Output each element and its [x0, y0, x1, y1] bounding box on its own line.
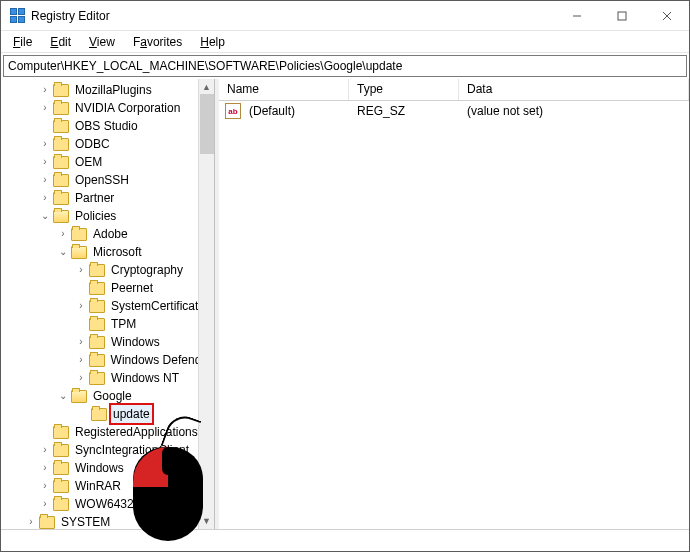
expand-icon[interactable]: › [39, 477, 51, 495]
folder-icon [53, 120, 69, 133]
values-pane: Name Type Data ab (Default) REG_SZ (valu… [219, 79, 689, 529]
menubar: File Edit View Favorites Help [1, 31, 689, 53]
folder-icon [53, 498, 69, 511]
tree-item[interactable]: Adobe [91, 225, 130, 243]
window-controls [554, 1, 689, 30]
expand-icon[interactable]: › [39, 459, 51, 477]
tree-item[interactable]: Peernet [109, 279, 155, 297]
tree-item[interactable]: Windows [73, 459, 126, 477]
menu-file[interactable]: File [5, 33, 40, 51]
value-type: REG_SZ [349, 104, 459, 118]
tree-item[interactable]: OEM [73, 153, 104, 171]
scroll-up-icon[interactable]: ▲ [199, 79, 214, 95]
body-split: ›MozillaPlugins ›NVIDIA Corporation OBS … [1, 79, 689, 529]
minimize-button[interactable] [554, 1, 599, 30]
folder-icon [89, 372, 105, 385]
folder-open-icon [71, 390, 87, 403]
tree-item[interactable]: Microsoft [91, 243, 144, 261]
folder-icon [89, 354, 105, 367]
menu-help[interactable]: Help [192, 33, 233, 51]
expand-icon[interactable]: › [39, 171, 51, 189]
tree-item[interactable]: Partner [73, 189, 116, 207]
value-name: (Default) [241, 104, 349, 118]
folder-icon [89, 300, 105, 313]
folder-icon [53, 156, 69, 169]
folder-icon [53, 444, 69, 457]
window-title: Registry Editor [31, 9, 554, 23]
maximize-button[interactable] [599, 1, 644, 30]
regedit-app-icon [9, 8, 25, 24]
folder-open-icon [71, 246, 87, 259]
folder-icon [71, 228, 87, 241]
menu-view[interactable]: View [81, 33, 123, 51]
status-bar [1, 529, 689, 551]
expand-icon[interactable]: › [75, 333, 87, 351]
registry-editor-window: Registry Editor File Edit View Favorites… [0, 0, 690, 552]
tree-item[interactable]: Windows NT [109, 369, 181, 387]
expand-icon[interactable]: › [75, 369, 87, 387]
tree-item[interactable]: OBS Studio [73, 117, 140, 135]
expand-icon[interactable]: › [57, 225, 69, 243]
collapse-icon[interactable]: ⌄ [39, 207, 51, 225]
folder-icon [89, 318, 105, 331]
expand-icon[interactable]: › [39, 495, 51, 513]
col-type[interactable]: Type [349, 79, 459, 100]
col-name[interactable]: Name [219, 79, 349, 100]
value-row[interactable]: ab (Default) REG_SZ (value not set) [219, 101, 689, 121]
expand-icon[interactable]: › [39, 189, 51, 207]
folder-icon [91, 408, 107, 421]
tree-item[interactable]: Windows [109, 333, 162, 351]
folder-icon [53, 462, 69, 475]
expand-icon[interactable]: › [75, 261, 87, 279]
titlebar[interactable]: Registry Editor [1, 1, 689, 31]
tree-item[interactable]: OpenSSH [73, 171, 131, 189]
expand-icon[interactable]: › [39, 99, 51, 117]
collapse-icon[interactable]: ⌄ [57, 243, 69, 261]
tree-item-update[interactable]: update [111, 405, 152, 423]
address-path: Computer\HKEY_LOCAL_MACHINE\SOFTWARE\Pol… [8, 59, 402, 73]
collapse-icon[interactable]: ⌄ [57, 387, 69, 405]
scroll-thumb[interactable] [200, 94, 214, 154]
expand-icon[interactable]: › [75, 351, 87, 369]
string-value-icon: ab [225, 103, 241, 119]
mouse-illustration [133, 433, 203, 541]
expand-icon[interactable]: › [39, 81, 51, 99]
expand-icon[interactable]: › [39, 441, 51, 459]
values-header[interactable]: Name Type Data [219, 79, 689, 101]
value-data: (value not set) [459, 104, 689, 118]
values-list[interactable]: ab (Default) REG_SZ (value not set) [219, 101, 689, 529]
tree-item[interactable]: Cryptography [109, 261, 185, 279]
menu-favorites[interactable]: Favorites [125, 33, 190, 51]
folder-icon [89, 282, 105, 295]
tree-item[interactable]: NVIDIA Corporation [73, 99, 182, 117]
folder-icon [53, 102, 69, 115]
tree-item[interactable]: TPM [109, 315, 138, 333]
folder-icon [53, 426, 69, 439]
expand-icon[interactable]: › [75, 297, 87, 315]
tree-item-system[interactable]: SYSTEM [59, 513, 112, 529]
folder-icon [89, 336, 105, 349]
folder-icon [53, 174, 69, 187]
expand-icon[interactable]: › [25, 513, 37, 529]
folder-icon [39, 516, 55, 529]
menu-edit[interactable]: Edit [42, 33, 79, 51]
tree-item-google[interactable]: Google [91, 387, 134, 405]
tree-item[interactable]: ODBC [73, 135, 112, 153]
tree-item-policies[interactable]: Policies [73, 207, 118, 225]
folder-icon [53, 138, 69, 151]
folder-icon [53, 192, 69, 205]
close-button[interactable] [644, 1, 689, 30]
folder-icon [53, 480, 69, 493]
tree-item[interactable]: MozillaPlugins [73, 81, 154, 99]
folder-icon [89, 264, 105, 277]
address-bar[interactable]: Computer\HKEY_LOCAL_MACHINE\SOFTWARE\Pol… [3, 55, 687, 77]
expand-icon[interactable]: › [39, 135, 51, 153]
folder-open-icon [53, 210, 69, 223]
expand-icon[interactable]: › [39, 153, 51, 171]
tree-item[interactable]: WinRAR [73, 477, 123, 495]
col-data[interactable]: Data [459, 79, 689, 100]
folder-icon [53, 84, 69, 97]
svg-rect-1 [618, 12, 626, 20]
